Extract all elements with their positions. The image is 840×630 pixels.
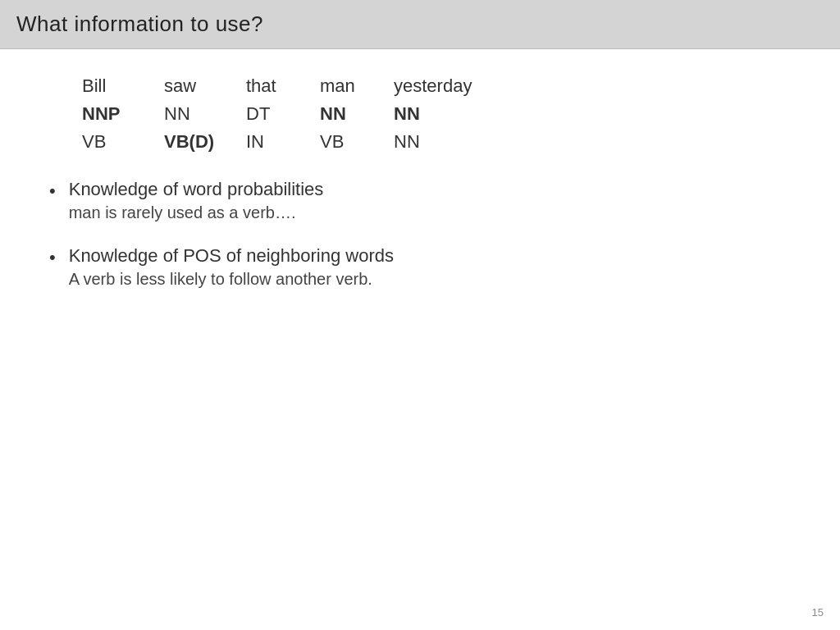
- table-cell-r0-c3: man: [320, 74, 394, 98]
- table-cell-r2-c2: IN: [246, 130, 320, 154]
- bullet-sub-1: A verb is less likely to follow another …: [69, 270, 394, 289]
- bullet-text-0: Knowledge of word probabilitiesman is ra…: [69, 179, 324, 222]
- bullet-section: •Knowledge of word probabilitiesman is r…: [49, 179, 791, 289]
- table-cell-r0-c0: Bill: [82, 74, 164, 98]
- page-number: 15: [812, 606, 824, 619]
- table-cell-r1-c1: NN: [164, 102, 246, 126]
- bullet-main-1: Knowledge of POS of neighboring words: [69, 245, 394, 267]
- slide-title: What information to use?: [16, 11, 824, 37]
- table-cell-r1-c3: NN: [320, 102, 394, 126]
- table-cell-r1-c0: NNP: [82, 102, 164, 126]
- table-cell-r0-c2: that: [246, 74, 320, 98]
- bullet-dot: •: [49, 180, 56, 202]
- table-cell-r1-c2: DT: [246, 102, 320, 126]
- slide-header: What information to use?: [0, 0, 840, 49]
- bullet-item-0: •Knowledge of word probabilitiesman is r…: [49, 179, 791, 222]
- bullet-dot: •: [49, 247, 56, 268]
- table-cell-r1-c4: NN: [394, 102, 492, 126]
- bullet-sub-0: man is rarely used as a verb….: [69, 203, 324, 222]
- slide-footer: 15: [812, 606, 824, 619]
- table-cell-r2-c0: VB: [82, 130, 164, 154]
- table-cell-r2-c3: VB: [320, 130, 394, 154]
- table-cell-r2-c4: NN: [394, 130, 492, 154]
- table-cell-r2-c1: VB(D): [164, 130, 246, 154]
- word-table: BillsawthatmanyesterdayNNPNNDTNNNNVBVB(D…: [82, 74, 791, 154]
- bullet-item-1: •Knowledge of POS of neighboring wordsA …: [49, 245, 791, 289]
- bullet-text-1: Knowledge of POS of neighboring wordsA v…: [69, 245, 394, 289]
- table-cell-r0-c4: yesterday: [394, 74, 492, 98]
- slide-content: BillsawthatmanyesterdayNNPNNDTNNNNVBVB(D…: [0, 49, 840, 336]
- table-cell-r0-c1: saw: [164, 74, 246, 98]
- bullet-main-0: Knowledge of word probabilities: [69, 179, 324, 200]
